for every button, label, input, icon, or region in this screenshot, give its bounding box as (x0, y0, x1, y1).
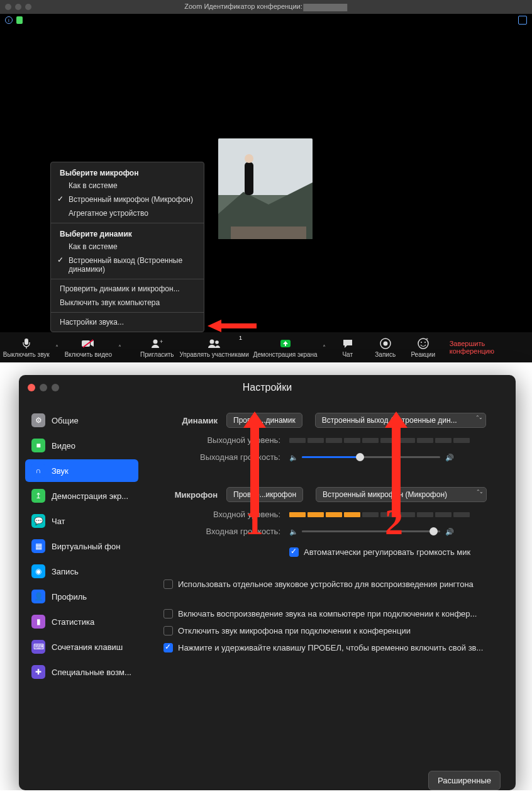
record-button[interactable]: Запись (367, 332, 404, 362)
test-audio-item[interactable]: Проверить динамик и микрофон... (51, 282, 204, 296)
sidebar-item-label: Запись (52, 567, 79, 576)
video-button[interactable]: Включить видео (62, 332, 115, 362)
option-row[interactable]: Нажмите и удерживайте клавишу ПРОБЕЛ, чт… (163, 639, 516, 656)
ringtone-device-row[interactable]: Использовать отдельное звуковое устройст… (151, 576, 516, 593)
invite-icon: + (150, 337, 164, 350)
sidebar-item-record[interactable]: ◉Запись (25, 560, 138, 583)
titlebar: Zoom Идентификатор конференции: (0, 0, 532, 14)
sidebar-item-headphones[interactable]: ∩Звук (25, 459, 138, 482)
output-level-meter (289, 438, 470, 443)
close-dot[interactable] (5, 4, 11, 10)
end-meeting-button[interactable]: Завершить конференцию (442, 332, 532, 362)
option-checkbox[interactable] (163, 609, 173, 618)
auto-adjust-checkbox[interactable] (289, 547, 299, 557)
participants-button[interactable]: 1 Управлять участниками (177, 332, 251, 362)
menu-separator (51, 223, 204, 223)
encryption-icon[interactable] (16, 16, 23, 24)
video-icon: ■ (31, 439, 45, 452)
level-segment (326, 512, 342, 517)
mic-device-select[interactable]: Встроенный микрофон (Микрофон) (316, 487, 487, 502)
min-dot[interactable] (15, 4, 21, 10)
leave-computer-audio-item[interactable]: Выключить звук компьютера (51, 296, 204, 310)
settings-titlebar: Настройки (19, 375, 516, 400)
test-speaker-button[interactable]: Провер...динамик (226, 413, 302, 428)
advanced-button[interactable]: Расширенные (428, 771, 501, 790)
sidebar-item-video[interactable]: ■Видео (25, 434, 138, 457)
option-checkbox[interactable] (163, 643, 173, 652)
invite-button[interactable]: + Пригласить (136, 332, 177, 362)
option-row[interactable]: Включать воспроизведение звука на компью… (163, 605, 516, 622)
sidebar-item-stats[interactable]: ▮Статистика (25, 610, 138, 633)
level-segment (289, 512, 306, 517)
fullscreen-icon[interactable] (518, 16, 527, 25)
svg-rect-4 (245, 162, 253, 195)
level-segment (344, 512, 360, 517)
sidebar-item-label: Специальные возм... (52, 668, 131, 677)
sidebar-item-gear[interactable]: ⚙Общие (25, 409, 138, 432)
max-dot[interactable] (52, 384, 59, 391)
option-checkbox[interactable] (163, 626, 173, 635)
output-volume-row: Выходная громкость: 🔈 🔊 (151, 452, 516, 462)
level-segment (362, 438, 379, 443)
mic-group-header: Выберите микрофон (51, 165, 204, 179)
spk-option[interactable]: Как в системе (51, 240, 204, 254)
subbar: i (0, 14, 532, 26)
share-icon: ↥ (31, 489, 45, 503)
output-volume-slider[interactable] (302, 456, 440, 458)
chat-button[interactable]: Чат (329, 332, 367, 362)
spk-option[interactable]: Встроенный выход (Встроенные динамики) (51, 254, 204, 276)
share-button[interactable]: Демонстрация экрана (251, 332, 319, 362)
input-volume-slider[interactable] (302, 530, 440, 532)
ringtone-device-checkbox[interactable] (163, 579, 173, 589)
test-mic-button[interactable]: Провер...икрофон (226, 487, 303, 502)
option-label: Включать воспроизведение звука на компью… (178, 609, 477, 618)
share-icon (279, 337, 292, 350)
speaker-device-select[interactable]: Встроенный выход (Встроенные дин... (315, 413, 486, 428)
audio-settings-item[interactable]: Настройки звука... (51, 315, 204, 329)
level-segment (289, 438, 306, 443)
sidebar-item-access[interactable]: ✚Специальные возм... (25, 661, 138, 683)
reactions-button[interactable]: + Реакции (404, 332, 442, 362)
mic-option[interactable]: Агрегатное устройство (51, 206, 204, 220)
sidebar-item-label: Сочетания клавиш (52, 642, 123, 652)
sidebar-item-bg[interactable]: ▦Виртуальный фон (25, 535, 138, 557)
speaker-high-icon: 🔊 (445, 454, 453, 461)
window-controls[interactable] (28, 384, 59, 391)
max-dot[interactable] (25, 4, 31, 10)
sidebar-item-kbd[interactable]: ⌨Сочетания клавиш (25, 635, 138, 658)
info-icon[interactable]: i (5, 16, 13, 24)
option-label: Отключить звук микрофона при подключении… (178, 626, 411, 635)
min-dot[interactable] (40, 384, 47, 391)
share-menu-chevron-icon[interactable]: ˄ (319, 332, 329, 362)
svg-rect-3 (231, 227, 306, 239)
spk-group-header: Выберите динамик (51, 226, 204, 240)
window-controls[interactable] (0, 4, 31, 10)
svg-point-16 (215, 340, 219, 344)
option-row[interactable]: Отключить звук микрофона при подключении… (163, 622, 516, 639)
mute-button[interactable]: Выключить звук (0, 332, 52, 362)
auto-adjust-row[interactable]: Автоматически регулировать громкость мик (151, 544, 516, 561)
participant-video-tile[interactable] (218, 138, 313, 239)
mic-icon (22, 337, 31, 350)
mic-option[interactable]: Встроенный микрофон (Микрофон) (51, 193, 204, 206)
svg-point-22 (421, 342, 422, 343)
participants-count: 1 (239, 335, 242, 341)
menu-separator (51, 312, 204, 313)
sidebar-item-chat[interactable]: 💬Чат (25, 510, 138, 532)
reactions-icon: + (418, 337, 429, 350)
sidebar-item-profile[interactable]: 👤Профиль (25, 585, 138, 608)
annotation-number-2: 2 (385, 501, 403, 543)
close-dot[interactable] (28, 384, 35, 391)
level-segment (399, 512, 415, 517)
sidebar-item-label: Общие (52, 416, 79, 425)
level-segment (453, 438, 470, 443)
video-menu-chevron-icon[interactable]: ˄ (115, 332, 125, 362)
profile-icon: 👤 (31, 590, 45, 603)
audio-menu-chevron-icon[interactable]: ˄ (52, 332, 62, 362)
level-segment (399, 438, 415, 443)
sidebar-item-share[interactable]: ↥Демонстрация экр... (25, 484, 138, 507)
access-icon: ✚ (31, 665, 45, 679)
sidebar-item-label: Звук (52, 466, 69, 476)
mic-option[interactable]: Как в системе (51, 179, 204, 193)
meeting-toolbar: Выключить звук ˄ Включить видео ˄ + Приг… (0, 332, 532, 362)
